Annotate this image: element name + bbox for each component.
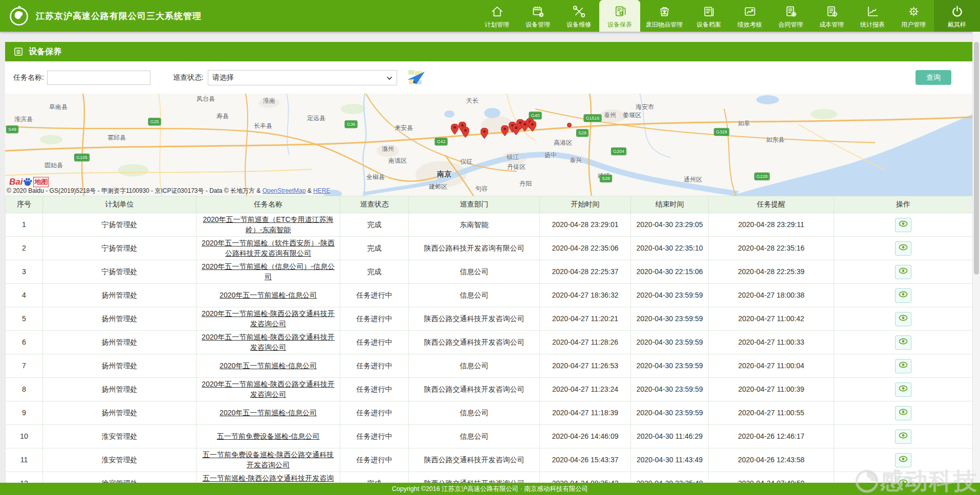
road-shield: S49 <box>7 126 18 133</box>
osm-link[interactable]: OpenStreetMap <box>263 187 306 194</box>
nav-item-5[interactable]: 废旧物品管理 <box>640 0 688 32</box>
status-select[interactable]: 请选择 <box>208 70 397 85</box>
nav-item-10[interactable]: 统计报表 <box>852 0 893 32</box>
column-header: 结束时间 <box>631 196 709 213</box>
cell-department: 陕西公路科技开发咨询有限公司 <box>409 237 540 260</box>
column-header: 任务名称 <box>197 196 340 213</box>
task-link[interactable]: 五一节前免费设备巡检-信息公司 <box>217 432 320 440</box>
maintenance-table: 序号计划单位任务名称巡查状态巡查部门开始时间结束时间任务提醒操作 1宁扬管理处2… <box>5 196 973 495</box>
nav-item-1[interactable]: 计划管理 <box>476 0 517 32</box>
cell-department: 信息公司 <box>409 284 540 307</box>
nav-item-11[interactable]: 用户管理 <box>893 0 934 32</box>
task-link[interactable]: 2020年五一节前巡查（ETC专用道江苏海岭）-东南智能 <box>203 215 333 234</box>
page-title: 设备保养 <box>29 47 61 57</box>
cell-plan-unit: 淮安管理处 <box>43 425 197 448</box>
cell-remind-time: 2020-04-27 18:00:38 <box>709 284 834 307</box>
cell-actions <box>834 284 973 307</box>
task-link[interactable]: 2020年五一节前巡检（软件西安所）-陕西公路科技开发咨询有限公司 <box>202 239 335 257</box>
view-detail-button[interactable] <box>895 430 911 444</box>
nav-item-7[interactable]: 绩效考核 <box>729 0 770 32</box>
nav-item-6[interactable]: 设备档案 <box>688 0 729 32</box>
cell-task-name: 2020年五一节前巡查（ETC专用道江苏海岭）-东南智能 <box>197 213 340 237</box>
cell-start-time: 2020-04-28 22:25:37 <box>540 260 631 284</box>
cell-task-name: 2020年五一节前巡检（信息公司）-信息公司 <box>197 260 340 284</box>
cell-end-time: 2020-04-30 11:43:49 <box>631 448 709 472</box>
view-detail-button[interactable] <box>895 241 911 256</box>
cell-end-time: 2020-04-30 11:46:29 <box>631 425 709 448</box>
road-shield: G1516 <box>584 115 601 122</box>
top-header: 江苏京沪高速公路有限公司三大系统管理 计划管理设备管理设备维修设备保养废旧物品管… <box>0 0 980 32</box>
cell-status: 完成 <box>340 237 409 260</box>
eye-icon <box>899 361 908 371</box>
map-pin-icon[interactable] <box>529 121 536 131</box>
table-row: 4扬州管理处2020年五一节前巡检-信息公司任务进行中信息公司2020-04-2… <box>6 284 973 307</box>
cell-start-time: 2020-04-27 18:36:32 <box>540 284 631 307</box>
vertical-scrollbar[interactable] <box>972 32 980 483</box>
nav-item-label: 计划管理 <box>485 20 509 29</box>
cell-end-time: 2020-04-30 22:35:10 <box>631 237 709 260</box>
nav-item-8[interactable]: 合同管理 <box>770 0 811 32</box>
task-link[interactable]: 2020年五一节前巡检-信息公司 <box>220 291 317 299</box>
map-pin-icon[interactable] <box>501 125 509 136</box>
road-shield: S28 <box>600 175 612 182</box>
cell-status: 任务进行中 <box>340 284 409 307</box>
task-link[interactable]: 2020年五一节前巡检-陕西公路交通科技开发咨询公司 <box>202 309 335 328</box>
nav-item-12[interactable]: 戴其样 <box>934 0 980 32</box>
view-detail-button[interactable] <box>895 359 911 373</box>
here-link[interactable]: HERE <box>313 187 330 194</box>
road-shield: G328 <box>714 129 729 136</box>
query-button[interactable]: 查询 <box>916 70 951 85</box>
nav-item-3[interactable]: 设备维修 <box>558 0 599 32</box>
nav-item-label: 设备保养 <box>607 20 632 29</box>
cell-status: 任务进行中 <box>340 401 409 425</box>
nav-item-label: 统计报表 <box>860 20 885 29</box>
view-detail-button[interactable] <box>895 288 911 303</box>
view-detail-button[interactable] <box>895 406 911 420</box>
view-detail-button[interactable] <box>895 312 911 326</box>
map-dot-marker[interactable] <box>567 123 572 127</box>
road-shield: S29 <box>577 130 588 137</box>
view-detail-button[interactable] <box>895 335 911 350</box>
nav-item-4[interactable]: 设备保养 <box>599 0 640 32</box>
column-header: 计划单位 <box>43 196 197 213</box>
task-link[interactable]: 2020年五一节前巡检-信息公司 <box>220 362 317 370</box>
baidu-logo[interactable]: Bai 地图 <box>9 177 49 187</box>
column-header: 开始时间 <box>540 196 631 213</box>
task-link[interactable]: 2020年五一节前巡检-信息公司 <box>220 409 317 417</box>
cell-task-name: 2020年五一节前巡检-信息公司 <box>197 284 340 307</box>
paper-plane-icon[interactable] <box>405 68 427 87</box>
eye-icon <box>899 314 908 324</box>
view-detail-button[interactable] <box>895 382 911 397</box>
scrollbar-thumb[interactable] <box>974 42 979 275</box>
view-detail-button[interactable] <box>895 218 911 232</box>
view-detail-button[interactable] <box>895 453 911 467</box>
task-link[interactable]: 2020年五一节前巡检-陕西公路交通科技开发咨询公司 <box>202 333 335 351</box>
cell-task-name: 五一节前免费设备巡检-陕西公路交通科技开发咨询公司 <box>197 448 340 472</box>
nav-item-9[interactable]: ¥成本管理 <box>811 0 852 32</box>
row-index: 8 <box>6 378 43 401</box>
cell-task-name: 2020年五一节前巡检-陕西公路交通科技开发咨询公司 <box>197 307 340 331</box>
cell-plan-unit: 扬州管理处 <box>43 284 197 307</box>
map-pin-icon[interactable] <box>481 128 488 139</box>
home-icon <box>490 3 504 18</box>
task-name-input[interactable] <box>47 71 150 85</box>
cell-remind-time: 2020-04-28 22:25:39 <box>709 260 834 284</box>
task-link[interactable]: 2020年五一节前巡检-陕西公路交通科技开发咨询公司 <box>202 380 335 398</box>
column-header: 巡查部门 <box>409 196 540 213</box>
baidu-map[interactable]: 阜南县淮滨县凤台县淮南寿县长丰县定远县霍邱县固始县来安县天长滁州南谯区全椒县南京… <box>5 94 973 196</box>
cell-remind-time: 2020-04-26 12:43:58 <box>709 448 834 472</box>
cell-status: 完成 <box>340 260 409 284</box>
task-link[interactable]: 2020年五一节前巡检（信息公司）-信息公司 <box>202 262 335 281</box>
tools-icon <box>572 3 586 18</box>
task-link[interactable]: 五一节前免费设备巡检-陕西公路交通科技开发咨询公司 <box>203 451 334 469</box>
cell-department: 陕西公路交通科技开发咨询公司 <box>409 448 540 472</box>
cell-department: 信息公司 <box>409 354 540 378</box>
map-pin-icon[interactable] <box>451 124 459 134</box>
map-pin-icon[interactable] <box>462 127 469 138</box>
contract-star-icon <box>784 3 798 18</box>
app-title: 江苏京沪高速公路有限公司三大系统管理 <box>36 10 202 22</box>
column-header: 序号 <box>6 196 43 213</box>
view-detail-button[interactable] <box>895 265 911 279</box>
cell-remind-time: 2020-04-27 11:00:42 <box>709 307 834 331</box>
nav-item-2[interactable]: 设备管理 <box>517 0 558 32</box>
